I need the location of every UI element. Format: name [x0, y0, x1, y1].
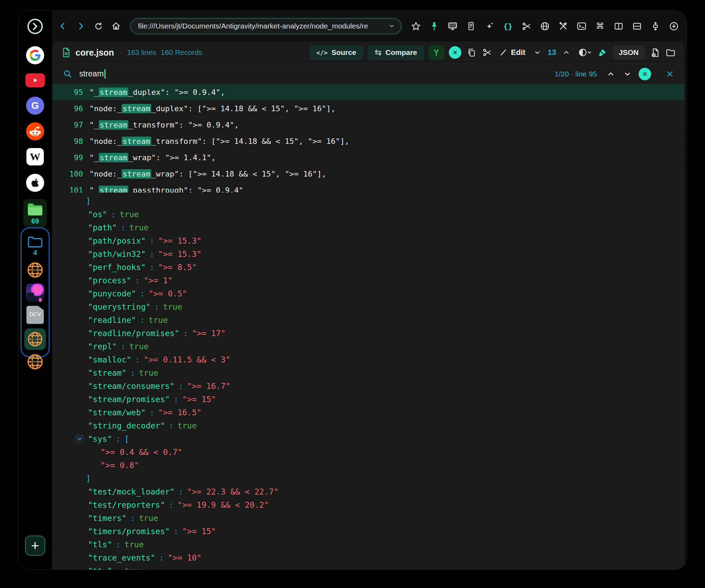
- tree-row[interactable]: ]: [52, 472, 684, 485]
- tree-row[interactable]: "querystring":true: [52, 300, 684, 313]
- tree-row[interactable]: "tty":true: [52, 564, 684, 570]
- tools-icon[interactable]: [558, 21, 569, 32]
- source-button[interactable]: </> Source: [309, 45, 363, 60]
- sidebar-item-site-ind-1[interactable]: IND: [26, 261, 44, 279]
- search-result-row[interactable]: 98 "node:_stream_transform": [">= 14.18 …: [52, 133, 684, 149]
- globe-icon[interactable]: [539, 21, 550, 32]
- cut-scissors-icon[interactable]: [481, 47, 493, 58]
- new-file-icon[interactable]: [649, 47, 661, 58]
- screen-share-icon[interactable]: [447, 21, 458, 32]
- clear-badge-button[interactable]: [449, 46, 461, 59]
- sidebar-item-folder-green[interactable]: 69: [23, 199, 47, 227]
- tree-row[interactable]: ">= 0.4 && < 0.7": [52, 446, 684, 459]
- tree-row[interactable]: "timers":true: [52, 512, 684, 525]
- previous-match-button[interactable]: [605, 68, 616, 80]
- search-input[interactable]: stream: [78, 69, 106, 79]
- apple-icon: [26, 174, 44, 192]
- search-result-row[interactable]: 95 "_stream_duplex": ">= 0.9.4",: [52, 84, 684, 100]
- fit-height-icon[interactable]: [650, 21, 661, 32]
- tree-row[interactable]: ">= 0.8": [52, 459, 684, 472]
- tree-row-expandable[interactable]: "sys":[: [52, 432, 684, 446]
- search-result-row[interactable]: 96 "node:_stream_duplex": [">= 14.18 && …: [52, 100, 684, 117]
- colon: :: [154, 302, 159, 311]
- pin-icon[interactable]: [429, 21, 440, 32]
- tree-row[interactable]: "stream/promises":">= 15": [52, 393, 684, 406]
- reader-view-icon[interactable]: [465, 21, 477, 32]
- tree-row[interactable]: "test/mock_loader":">= 22.3 && < 22.7": [52, 485, 684, 498]
- tree-row[interactable]: "path/win32":">= 15.3": [52, 247, 684, 261]
- value: true: [139, 514, 158, 523]
- json-tree: ] "os":true "path":true "path/posix":">=…: [52, 193, 684, 570]
- tree-row[interactable]: "readline/promises":">= 17": [52, 327, 684, 340]
- decrease-size-button[interactable]: [532, 47, 543, 58]
- sidebar-item-google[interactable]: [26, 46, 44, 64]
- tree-row[interactable]: "os":true: [52, 208, 684, 221]
- terminal-icon[interactable]: [576, 21, 587, 32]
- chevron-down-icon[interactable]: [388, 23, 395, 30]
- edit-button[interactable]: Edit: [499, 48, 526, 57]
- split-vertical-icon[interactable]: [613, 21, 624, 32]
- tree-row[interactable]: "process":">= 1": [52, 274, 684, 287]
- tree-row[interactable]: "test/reporters":">= 19.9 && < 20.2": [52, 498, 684, 512]
- tree-row[interactable]: "trace_events":">= 10": [52, 551, 684, 564]
- compare-button[interactable]: ⇆ Compare: [368, 45, 424, 60]
- collapse-chevron-icon[interactable]: [75, 434, 84, 444]
- url-bar[interactable]: file:///Users/jt/Documents/Antigravity/m…: [130, 18, 402, 34]
- settings-gear-icon[interactable]: ⚙: [687, 21, 687, 32]
- scissors-icon[interactable]: [521, 21, 532, 32]
- close-find-button[interactable]: [664, 68, 675, 80]
- sidebar-item-wikipedia[interactable]: W: [26, 148, 44, 165]
- search-result-row[interactable]: 97 "_stream_transform": ">= 0.9.4",: [52, 117, 684, 133]
- colon: :: [121, 223, 125, 232]
- theme-contrast-button[interactable]: [576, 47, 592, 58]
- sidebar-item-folder-blue[interactable]: 4: [27, 235, 43, 257]
- app-logo-button[interactable]: [26, 17, 44, 35]
- next-match-button[interactable]: [622, 68, 633, 80]
- colon: :: [149, 250, 154, 259]
- sidebar-item-site-ind-2[interactable]: IND: [26, 353, 44, 371]
- sidebar-item-dev[interactable]: DEV: [26, 306, 44, 324]
- sidebar-item-apple[interactable]: [26, 174, 44, 192]
- search-result-row[interactable]: 101 "_stream_passthrough": ">= 0.9.4": [52, 182, 684, 193]
- reload-button[interactable]: [93, 21, 104, 32]
- forward-button[interactable]: [75, 21, 86, 32]
- sidebar-item-g[interactable]: G: [26, 97, 44, 115]
- tree-row[interactable]: "path":true: [52, 221, 684, 234]
- match-list-button[interactable]: [639, 68, 651, 80]
- tree-row[interactable]: "punycode":">= 0.5": [52, 287, 684, 300]
- sparkles-ai-icon[interactable]: [484, 21, 495, 32]
- sidebar-item-youtube[interactable]: [25, 73, 45, 87]
- copy-icon[interactable]: [466, 47, 477, 58]
- format-badge[interactable]: JSON: [613, 45, 645, 60]
- search-result-row[interactable]: 99 "_stream_wrap": ">= 1.4.1",: [52, 149, 684, 166]
- back-button[interactable]: [57, 21, 68, 32]
- new-tab-button[interactable]: +: [25, 536, 45, 556]
- home-button[interactable]: [111, 21, 122, 32]
- tree-row[interactable]: "smalloc":">= 0.11.5 && < 3": [52, 353, 684, 366]
- format-brush-icon[interactable]: [597, 47, 608, 58]
- tree-row[interactable]: "timers/promises":">= 15": [52, 525, 684, 538]
- tree-row[interactable]: "tls":true: [52, 538, 684, 551]
- increase-size-button[interactable]: [561, 47, 572, 58]
- bookmark-star-icon[interactable]: [410, 21, 421, 32]
- tree-row[interactable]: "path/posix":">= 15.3": [52, 234, 684, 247]
- open-folder-icon[interactable]: [665, 47, 676, 58]
- sidebar-item-site-ind-active[interactable]: IND: [24, 328, 46, 350]
- branch-button[interactable]: [429, 45, 444, 60]
- downloads-icon[interactable]: [668, 21, 679, 32]
- search-result-row[interactable]: 100 "node:_stream_wrap": [">= 14.18 && <…: [52, 166, 684, 182]
- tree-row[interactable]: "perf_hooks":">= 8.5": [52, 261, 684, 274]
- tree-row[interactable]: ]: [52, 195, 684, 208]
- tree-row[interactable]: "stream/web":">= 16.5": [52, 406, 684, 419]
- command-icon[interactable]: ⌘: [594, 21, 606, 32]
- colon: :: [173, 395, 178, 404]
- tree-row[interactable]: "readline":true: [52, 313, 684, 327]
- code-braces-icon[interactable]: {}: [502, 21, 513, 32]
- tree-row[interactable]: "repl":true: [52, 340, 684, 353]
- tree-row[interactable]: "stream":true: [52, 366, 684, 379]
- sidebar-item-reddit[interactable]: [26, 122, 44, 140]
- tree-row[interactable]: "string_decoder":true: [52, 419, 684, 432]
- tree-row[interactable]: "stream/consumers":">= 16.7": [52, 379, 684, 393]
- sidebar-item-synthwave-tab[interactable]: [26, 284, 44, 302]
- split-horizontal-icon[interactable]: [631, 21, 642, 32]
